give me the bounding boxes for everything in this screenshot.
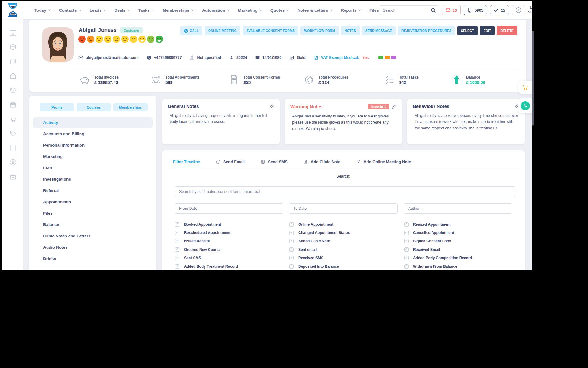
checkbox-icon[interactable] [289,256,294,260]
edit-button[interactable]: EDIT [480,26,495,35]
profile-section-item[interactable]: Balance [33,220,153,230]
user-circle-icon[interactable] [9,159,17,166]
profile-photo[interactable] [42,27,74,62]
tag-icon[interactable] [9,130,17,137]
nav-item[interactable]: Notes & Letters [297,8,333,13]
from-date-input[interactable] [175,203,283,214]
nav-item[interactable]: Files [369,8,379,13]
checkbox-icon[interactable] [289,247,294,252]
filter-checkbox-row[interactable]: Changed Appointment Status [289,228,403,237]
history-icon[interactable] [9,86,17,94]
filter-checkbox-row[interactable]: Cancelled Appointment [404,228,518,237]
checkbox-icon[interactable] [404,231,409,235]
call-button[interactable]: CALL [180,26,202,35]
mood-face-icon[interactable] [138,36,146,43]
profile-section-item[interactable]: Investigations [33,174,153,184]
tab-filter-timeline[interactable]: Filter Timeline [173,156,200,167]
filter-checkbox-row[interactable]: Sent email [289,245,403,254]
mood-face-icon[interactable] [130,36,137,43]
mood-face-icon[interactable] [78,36,86,43]
edit-pencil-icon[interactable] [392,104,397,109]
select-button[interactable]: SELECT [457,26,478,35]
nav-item[interactable]: Automation [202,8,230,13]
vat-exempt-item[interactable]: VAT Exempt Medical:Yes [314,55,369,60]
edit-pencil-icon[interactable] [270,104,274,109]
gift-icon[interactable] [9,101,17,109]
nav-item[interactable]: Marketing [238,8,262,13]
delete-button[interactable]: DELETE [497,26,517,35]
mood-face-icon[interactable] [96,36,103,43]
send-message-button[interactable]: SEND MESSAGE [362,26,396,35]
profile-section-item[interactable]: Clinic Notes and Letters [33,231,153,241]
filter-checkbox-row[interactable]: Deposited Into Balance [289,262,403,270]
checkbox-icon[interactable] [175,264,179,269]
search-icon[interactable] [431,8,436,13]
email-item[interactable]: abigailjones@mailinator.com [78,55,139,60]
checkbox-icon[interactable] [404,222,409,227]
tab-add-clinic-note[interactable]: Add Clinic Note [303,156,341,167]
profile-section-item[interactable]: Audio Notes [33,242,153,252]
filter-checkbox-row[interactable]: Ordered New Course [175,245,288,254]
tasks-badge[interactable]: 15 [490,5,509,15]
report-icon[interactable] [9,144,17,152]
profile-section-item[interactable]: EMR [33,163,153,173]
filter-checkbox-row[interactable]: Added Body Treatment Record [175,262,288,270]
color-tag-chip[interactable] [391,56,396,59]
search-input[interactable] [379,5,439,15]
tab-courses[interactable]: Courses [77,103,111,111]
filter-checkbox-row[interactable]: Added Clinic Note [289,237,403,245]
tab-profile[interactable]: Profile [40,103,74,111]
profile-section-item[interactable]: Personal Information [33,140,153,150]
help-button[interactable]: ? [512,5,525,15]
cart-icon[interactable] [9,115,17,123]
profile-section-item[interactable]: Appointments [33,197,153,207]
checkbox-icon[interactable] [289,231,294,235]
author-input[interactable] [404,203,512,214]
checkbox-icon[interactable] [404,239,409,243]
mood-face-icon[interactable] [147,36,154,43]
nav-item[interactable]: Contacts [59,8,81,13]
filter-checkbox-row[interactable]: Added Body Composition Record [404,254,518,262]
checkbox-icon[interactable] [404,264,409,269]
profile-section-item[interactable]: Accounts and Billing [33,129,153,139]
workflow-form-button[interactable]: WORKFLOW FORM [300,26,339,35]
mood-face-icon[interactable] [113,36,120,43]
floating-phone-button[interactable] [518,98,532,113]
package-icon[interactable] [9,43,17,51]
profile-section-item[interactable]: Activity [33,117,153,128]
online-meeting-button[interactable]: ONLINE MEETING [205,26,240,35]
filter-checkbox-row[interactable]: Booked Appointment [175,220,288,228]
calls-badge[interactable]: 5905 [464,5,487,15]
available-consent-forms-button[interactable]: AVAILABLE CONSENT FORMS [243,26,298,35]
filter-checkbox-row[interactable]: Signed Consent Form [404,237,518,245]
checkbox-icon[interactable] [175,239,179,243]
nav-item[interactable]: Leads [90,8,106,13]
profile-section-item[interactable]: Marketing [33,151,153,162]
rejuvenation-procedures-button[interactable]: REJUVENATION PROCEDURES [398,26,455,35]
checkbox-icon[interactable] [404,256,409,260]
tab-send-sms[interactable]: Send SMS [261,156,288,167]
checkbox-icon[interactable] [175,256,179,260]
mood-face-icon[interactable] [156,36,163,43]
mood-face-icon[interactable] [104,36,111,43]
filter-checkbox-row[interactable]: Sent SMS [175,254,288,262]
app-logo-hourglass-icon[interactable] [6,3,20,17]
filter-checkbox-row[interactable]: Received Email [404,245,518,254]
floating-cart-button[interactable] [518,81,532,94]
copy-icon[interactable] [9,58,17,65]
nav-item[interactable]: Deals [115,8,130,13]
filter-checkbox-row[interactable]: Issued Receipt [175,237,288,245]
to-date-input[interactable] [289,203,398,214]
tab-add-online-meeting-note[interactable]: Add Online Meeting Note [356,156,411,167]
filter-checkbox-row[interactable]: Online Appointment [289,220,403,228]
window-scrollbar[interactable] [532,31,534,126]
mood-face-icon[interactable] [121,36,129,43]
basket-icon[interactable] [9,72,17,80]
checkbox-icon[interactable] [175,247,179,252]
briefcase-icon[interactable] [9,173,17,181]
checkbox-icon[interactable] [289,222,294,227]
tab-send-email[interactable]: Send Email [216,156,245,167]
profile-section-item[interactable]: Referral [33,186,153,196]
profile-section-item[interactable]: Files [33,208,153,218]
phone-item[interactable]: +447490009777 [147,55,182,60]
